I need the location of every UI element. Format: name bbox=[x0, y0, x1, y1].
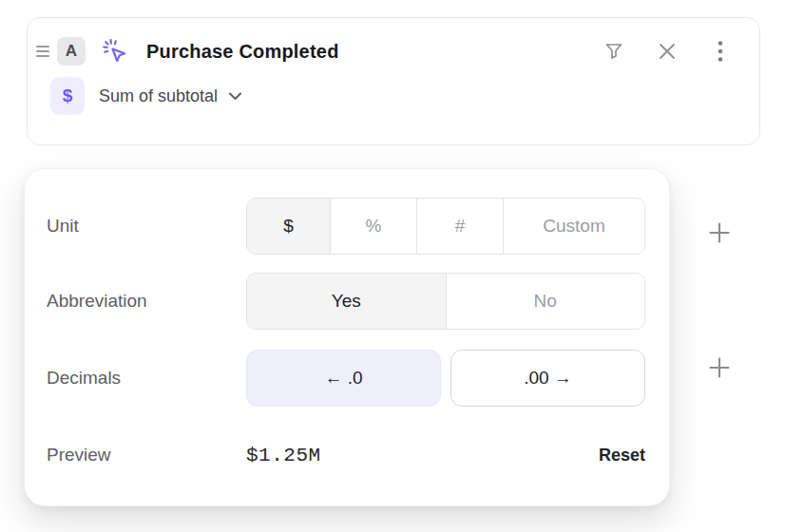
metric-unit-badge: $ bbox=[50, 77, 85, 115]
number-format-panel: Unit $ % # Custom Abbreviation Yes No De… bbox=[24, 168, 670, 506]
increase-decimals-button[interactable]: .00 → bbox=[450, 350, 645, 407]
event-card-actions bbox=[602, 39, 733, 64]
chevron-down-icon[interactable] bbox=[228, 91, 242, 101]
event-title: Purchase Completed bbox=[146, 41, 339, 63]
abbreviation-row: Abbreviation Yes No bbox=[47, 273, 645, 330]
event-card-header: A Purchase Completed bbox=[28, 18, 759, 75]
unit-option-number[interactable]: # bbox=[417, 199, 504, 254]
event-letter-badge: A bbox=[57, 37, 86, 66]
unit-segmented-control: $ % # Custom bbox=[246, 198, 645, 255]
decimals-label: Decimals bbox=[47, 368, 246, 389]
preview-value: $1.25M bbox=[246, 445, 321, 466]
abbreviation-option-no[interactable]: No bbox=[447, 274, 645, 329]
reset-button[interactable]: Reset bbox=[599, 446, 645, 466]
add-metric-button-top[interactable] bbox=[701, 215, 737, 251]
unit-row: Unit $ % # Custom bbox=[47, 198, 645, 255]
metric-label: Sum of subtotal bbox=[99, 86, 218, 106]
more-menu-icon[interactable] bbox=[708, 39, 733, 64]
unit-option-custom[interactable]: Custom bbox=[504, 199, 644, 254]
click-event-icon bbox=[101, 37, 129, 66]
filter-icon[interactable] bbox=[602, 39, 626, 64]
decrease-decimals-button[interactable]: ← .0 bbox=[246, 350, 441, 407]
plus-icon bbox=[708, 356, 731, 379]
plus-icon bbox=[708, 221, 731, 244]
abbreviation-label: Abbreviation bbox=[47, 291, 246, 312]
close-icon[interactable] bbox=[655, 39, 680, 64]
unit-label: Unit bbox=[47, 216, 246, 237]
drag-handle-icon[interactable] bbox=[33, 40, 52, 63]
preview-row: Preview $1.25M Reset bbox=[47, 438, 645, 472]
unit-option-dollar[interactable]: $ bbox=[247, 199, 331, 254]
event-card: A Purchase Completed bbox=[27, 17, 760, 145]
abbreviation-segmented-control: Yes No bbox=[246, 273, 645, 330]
add-metric-button-bottom[interactable] bbox=[701, 350, 737, 386]
unit-option-percent[interactable]: % bbox=[331, 199, 417, 254]
metric-row: $ Sum of subtotal bbox=[28, 77, 759, 115]
decimals-row: Decimals ← .0 .00 → bbox=[47, 350, 645, 407]
preview-label: Preview bbox=[47, 445, 246, 466]
abbreviation-option-yes[interactable]: Yes bbox=[247, 274, 447, 329]
decimals-controls: ← .0 .00 → bbox=[246, 350, 645, 407]
